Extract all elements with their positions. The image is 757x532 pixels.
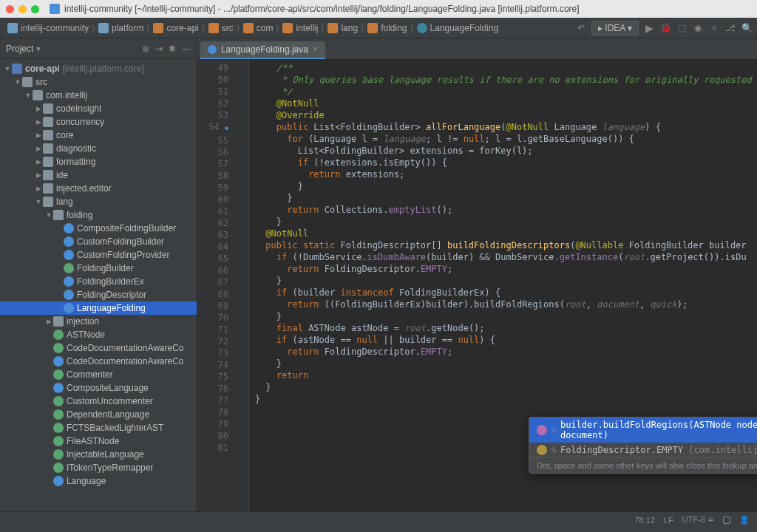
tree-item-astnode[interactable]: ASTNode [0, 328, 197, 341]
interface-icon [53, 436, 64, 446]
interface-icon [53, 409, 64, 420]
package-icon [43, 157, 53, 167]
breadcrumb-com[interactable]: com [240, 21, 276, 35]
vcs-icon[interactable]: ⎇ [724, 22, 736, 34]
breadcrumb-lang[interactable]: lang [325, 21, 361, 35]
breadcrumb-src[interactable]: src [206, 21, 237, 35]
folder-icon [22, 77, 33, 87]
close-tab-icon[interactable]: × [313, 44, 318, 55]
class-icon [64, 276, 74, 287]
tree-item-foldingbuilder[interactable]: FoldingBuilder [0, 262, 197, 275]
project-view-selector[interactable]: Project ▾ [6, 44, 138, 54]
line-gutter[interactable]: 495051525354 ●55565758596061626364656667… [197, 59, 234, 511]
project-tree[interactable]: ▼core-api[intellij.platform.core]▼src▼co… [0, 59, 197, 511]
folder-icon [7, 23, 18, 33]
module-icon [12, 64, 22, 74]
profile-icon[interactable]: ◉ [692, 22, 704, 34]
completion-item[interactable]: %builder.buildFoldRegions(ASTNode node, … [529, 417, 757, 443]
breadcrumb-intellij-community[interactable]: intellij-community [4, 21, 92, 35]
tree-item-injection[interactable]: ▶injection [0, 315, 197, 328]
inspection-icon[interactable]: 👤 [739, 515, 750, 525]
tree-item-folding[interactable]: ▼folding [0, 208, 197, 222]
tree-item-commenter[interactable]: Commenter [0, 368, 197, 381]
run-config-selector[interactable]: ▸ IDEA ▾ [591, 21, 639, 35]
scroll-to-icon[interactable]: ⊕ [142, 44, 149, 54]
navigation-bar: intellij-community⟩platform⟩core-api⟩src… [0, 18, 757, 38]
run-icon[interactable]: ▶ [643, 22, 655, 34]
tree-item-injected-editor[interactable]: ▶injected.editor [0, 182, 197, 195]
tree-root[interactable]: ▼core-api[intellij.platform.core] [0, 62, 197, 75]
fold-gutter[interactable] [234, 59, 249, 511]
interface-icon [64, 263, 74, 273]
method-icon [537, 445, 547, 455]
interface-icon [53, 449, 64, 460]
folder-icon [208, 23, 219, 33]
debug-icon[interactable]: 🐞 [659, 22, 671, 34]
tree-item-compositelanguage[interactable]: CompositeLanguage [0, 381, 197, 395]
tree-item-core[interactable]: ▶core [0, 129, 197, 142]
tree-item-fctsbackedlighterast[interactable]: FCTSBackedLighterAST [0, 421, 197, 434]
breadcrumb-intellij[interactable]: intellij [279, 21, 321, 35]
tree-item-com-intellij[interactable]: ▼com.intellij [0, 89, 197, 102]
settings-icon[interactable]: ✱ [169, 44, 176, 54]
tree-item-customuncommenter[interactable]: CustomUncommenter [0, 395, 197, 408]
class-icon [53, 356, 64, 366]
folder-icon [327, 23, 338, 33]
coverage-icon[interactable]: ⬚ [676, 22, 688, 34]
tree-item-concurrency[interactable]: ▶concurrency [0, 115, 197, 129]
breadcrumb-core-api[interactable]: core-api [150, 21, 201, 35]
completion-popup: %builder.buildFoldRegions(ASTNode node, … [529, 417, 757, 474]
stop-icon[interactable]: ■ [708, 22, 720, 34]
package-icon [33, 90, 43, 100]
maximize-window-icon[interactable] [31, 5, 39, 13]
tree-item-compositefoldingbuilder[interactable]: CompositeFoldingBuilder [0, 222, 197, 235]
package-icon [43, 130, 53, 140]
folder-icon [367, 23, 378, 33]
class-icon [417, 23, 427, 33]
tree-item-diagnostic[interactable]: ▶diagnostic [0, 142, 197, 155]
tab-languagefolding[interactable]: LanguageFolding.java × [200, 41, 325, 59]
breadcrumb-languagefolding[interactable]: LanguageFolding [414, 21, 502, 35]
tree-item-src[interactable]: ▼src [0, 75, 197, 89]
file-encoding[interactable]: UTF-8 ≑ [682, 515, 714, 525]
line-separator[interactable]: LF [664, 516, 673, 525]
interface-icon [53, 343, 64, 353]
tree-item-ide[interactable]: ▶ide [0, 168, 197, 182]
caret-position[interactable]: 78:12 [634, 516, 655, 525]
tree-item-fileastnode[interactable]: FileASTNode [0, 434, 197, 448]
tree-item-lang[interactable]: ▼lang [0, 195, 197, 208]
package-icon [53, 316, 64, 327]
close-window-icon[interactable] [6, 5, 14, 13]
completion-item[interactable]: %FoldingDescriptor.EMPTY (com.intellij.l… [529, 443, 757, 457]
package-icon [43, 143, 53, 154]
tree-item-foldingdescriptor[interactable]: FoldingDescriptor [0, 288, 197, 301]
class-icon [64, 223, 74, 233]
tree-item-dependentlanguage[interactable]: DependentLanguage [0, 408, 197, 421]
tree-item-formatting[interactable]: ▶formatting [0, 155, 197, 168]
tree-item-codeinsight[interactable]: ▶codeInsight [0, 102, 197, 115]
collapse-icon[interactable]: ⇥ [155, 44, 163, 54]
tree-item-foldingbuilderex[interactable]: FoldingBuilderEx [0, 275, 197, 288]
minimize-window-icon[interactable] [18, 5, 27, 13]
tree-item-customfoldingbuilder[interactable]: CustomFoldingBuilder [0, 235, 197, 248]
class-icon [53, 383, 64, 393]
breadcrumb-platform[interactable]: platform [95, 21, 146, 35]
readonly-lock-icon[interactable] [723, 516, 730, 524]
tree-item-injectablelanguage[interactable]: InjectableLanguage [0, 448, 197, 461]
search-everywhere-icon[interactable]: 🔍 [741, 22, 753, 34]
method-icon [537, 425, 547, 435]
editor-area: LanguageFolding.java × 495051525354 ●555… [197, 38, 757, 511]
class-icon [64, 290, 74, 300]
tree-item-itokentyperemapper[interactable]: ITokenTypeRemapper [0, 461, 197, 474]
folder-icon [153, 23, 163, 33]
tree-item-customfoldingprovider[interactable]: CustomFoldingProvider [0, 248, 197, 262]
tree-item-languagefolding[interactable]: LanguageFolding [0, 301, 197, 315]
interface-icon [53, 330, 64, 340]
folder-icon [243, 23, 254, 33]
tree-item-codedocumentationawareco[interactable]: CodeDocumentationAwareCo [0, 355, 197, 368]
tree-item-language[interactable]: Language [0, 474, 197, 488]
breadcrumb-folding[interactable]: folding [364, 21, 410, 35]
back-icon[interactable]: ↶ [575, 22, 587, 34]
tree-item-codedocumentationawareco[interactable]: CodeDocumentationAwareCo [0, 341, 197, 355]
hide-icon[interactable]: — [182, 44, 191, 54]
